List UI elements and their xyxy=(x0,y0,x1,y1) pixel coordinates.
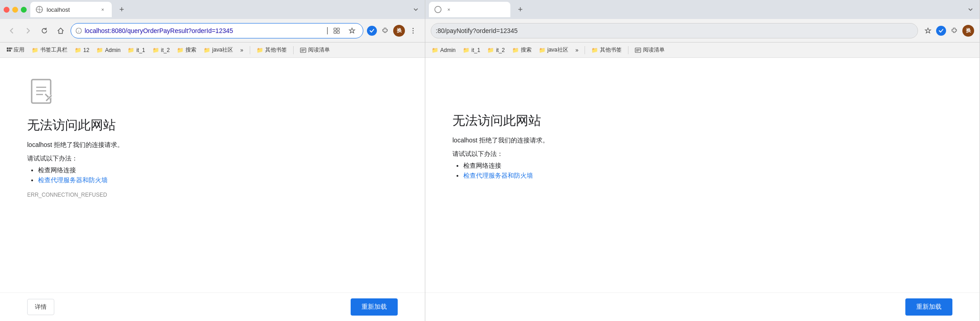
error-list-right: 检查网络连接 检查代理服务器和防火墙 xyxy=(452,162,952,180)
error-description-left: localhost 拒绝了我们的连接请求。 xyxy=(27,141,398,149)
reload-button-right[interactable]: 重新加载 xyxy=(905,298,952,316)
reading-mode-right[interactable]: 阅读清单 xyxy=(632,45,667,55)
proxy-firewall-link-left[interactable]: 检查代理服务器和防火墙 xyxy=(38,176,108,184)
folder-icon-r0: 📁 xyxy=(432,47,438,53)
bookmark-separator-right xyxy=(585,46,585,54)
folder-icon-r4: 📁 xyxy=(539,47,546,53)
other-label-right: 其他书签 xyxy=(600,46,622,54)
bookmark-it1-left[interactable]: 📁 it_1 xyxy=(125,46,147,54)
address-cursor-left xyxy=(327,27,328,34)
svg-point-27 xyxy=(435,6,441,13)
bookmark-java-right[interactable]: 📁 java社区 xyxy=(536,45,571,55)
svg-rect-12 xyxy=(9,47,11,49)
window-controls-left xyxy=(4,7,27,13)
folder-icon-1: 📁 xyxy=(75,47,81,53)
reading-separator-right xyxy=(628,46,628,54)
proxy-firewall-link-right[interactable]: 检查代理服务器和防火墙 xyxy=(463,172,533,179)
tab-title-left: localhost xyxy=(47,6,95,13)
details-button-left[interactable]: 详情 xyxy=(27,299,54,315)
tab-overflow-chevron-left[interactable] xyxy=(410,4,421,15)
reading-icon-right xyxy=(635,47,641,53)
tab-close-left[interactable]: × xyxy=(99,6,106,13)
star-button-right[interactable] xyxy=(922,24,934,37)
profile-avatar-left[interactable]: 换 xyxy=(393,25,405,37)
error-list-text-r0: 检查网络连接 xyxy=(463,162,501,169)
nav-bar-right: 换 xyxy=(425,19,980,42)
address-security-icon-left: i xyxy=(76,28,82,34)
bookmark-java-left[interactable]: 📁 java社区 xyxy=(201,45,236,55)
address-bar-right[interactable] xyxy=(431,23,918,38)
tab-bar-left: localhost × + xyxy=(0,0,425,19)
reading-label-right: 阅读清单 xyxy=(643,46,665,54)
bookmark-r0-label: Admin xyxy=(440,47,456,53)
svg-point-9 xyxy=(413,30,414,31)
error-subtitle-right: 请试试以下办法： xyxy=(452,150,952,158)
active-tab-left[interactable]: localhost × xyxy=(30,2,112,17)
bookmark-admin-left[interactable]: 📁 Admin xyxy=(94,46,123,54)
new-tab-button-left[interactable]: + xyxy=(115,3,128,16)
bookmark-r4-label: java社区 xyxy=(547,46,568,54)
tab-overflow-chevron-right[interactable] xyxy=(965,4,976,15)
svg-rect-11 xyxy=(7,47,9,49)
folder-icon-r2: 📁 xyxy=(487,47,494,53)
close-window-button[interactable] xyxy=(4,7,10,13)
error-description-suffix-left: 拒绝了我们的连接请求。 xyxy=(52,141,124,148)
bookmark-label-6: java社区 xyxy=(212,46,233,54)
reading-icon-left xyxy=(300,47,306,53)
bookmark-12-left[interactable]: 📁 12 xyxy=(72,46,92,54)
page-content-left: 无法访问此网站 localhost 拒绝了我们的连接请求。 请试试以下办法： 检… xyxy=(0,58,425,293)
error-desc-suffix2-right: 请求。 xyxy=(530,137,549,144)
back-button-left[interactable] xyxy=(5,24,18,37)
bookmark-search-left[interactable]: 📁 搜索 xyxy=(174,45,199,55)
bookmark-search-right[interactable]: 📁 搜索 xyxy=(509,45,534,55)
reload-button-left[interactable]: 重新加载 xyxy=(351,298,398,316)
tab-close-right[interactable]: × xyxy=(445,6,452,13)
folder-icon-6: 📁 xyxy=(204,47,210,53)
bookmark-other-right[interactable]: 📁 其他书签 xyxy=(589,45,624,55)
page-footer-right: 重新加载 xyxy=(425,293,980,321)
address-bar-left[interactable]: i xyxy=(71,23,363,38)
bookmark-more-left[interactable]: » xyxy=(238,46,246,54)
folder-icon-other-r: 📁 xyxy=(591,47,598,53)
folder-icon-2: 📁 xyxy=(96,47,103,53)
forward-button-left[interactable] xyxy=(22,24,34,37)
address-input-left[interactable] xyxy=(85,27,324,34)
error-list-item-0: 检查网络连接 xyxy=(38,166,398,175)
minimize-window-button[interactable] xyxy=(12,7,18,13)
address-input-right[interactable] xyxy=(436,27,913,34)
extensions-button-right[interactable] xyxy=(948,24,961,37)
tab-bar-right: × + xyxy=(425,0,980,19)
grid-icon-left[interactable] xyxy=(330,24,343,37)
bookmark-it2-left[interactable]: 📁 it_2 xyxy=(150,46,172,54)
star-button-left[interactable] xyxy=(346,24,358,37)
reading-mode-left[interactable]: 阅读清单 xyxy=(297,45,333,55)
error-host-left: localhost xyxy=(27,141,52,148)
extensions-button-left[interactable] xyxy=(379,24,391,37)
folder-icon-r1: 📁 xyxy=(463,47,470,53)
error-list-item-r0: 检查网络连接 xyxy=(463,162,952,170)
more-menu-button-left[interactable] xyxy=(407,24,419,37)
bookmark-more-right[interactable]: » xyxy=(573,46,581,54)
bookmark-label-0: 书签工具栏 xyxy=(40,46,67,54)
home-button-left[interactable] xyxy=(54,24,67,37)
svg-rect-5 xyxy=(337,28,339,30)
bookmark-it1-right[interactable]: 📁 it_1 xyxy=(460,46,483,54)
bookmark-r1-label: it_1 xyxy=(471,47,480,53)
bookmark-admin-right[interactable]: 📁 Admin xyxy=(429,46,458,54)
maximize-window-button[interactable] xyxy=(21,7,27,13)
sync-check-icon-left xyxy=(367,26,377,36)
bookmark-it2-right[interactable]: 📁 it_2 xyxy=(485,46,507,54)
svg-rect-13 xyxy=(11,47,12,49)
refresh-button-left[interactable] xyxy=(38,24,51,37)
error-code-left: ERR_CONNECTION_REFUSED xyxy=(27,192,398,198)
folder-icon-3: 📁 xyxy=(128,47,134,53)
profile-avatar-right[interactable]: 换 xyxy=(962,25,974,37)
new-tab-button-right[interactable]: + xyxy=(514,3,527,16)
folder-icon-0: 📁 xyxy=(32,47,38,53)
bookmark-toolbar-left[interactable]: 📁 书签工具栏 xyxy=(29,45,70,55)
bookmark-r2-label: it_2 xyxy=(496,47,504,53)
bookmark-other-left[interactable]: 📁 其他书签 xyxy=(254,45,290,55)
bookmark-apps-left[interactable]: 应用 xyxy=(4,45,27,55)
active-tab-right[interactable]: × xyxy=(429,2,510,17)
nav-bar-left: i xyxy=(0,19,425,42)
